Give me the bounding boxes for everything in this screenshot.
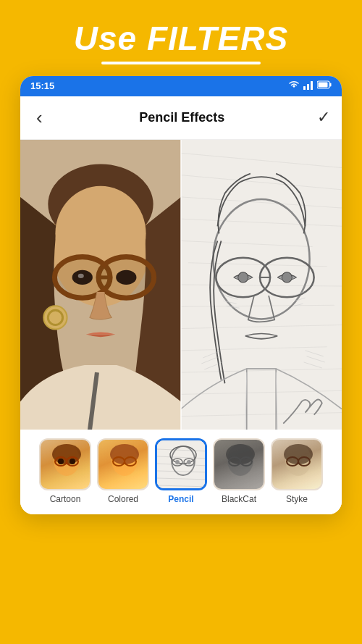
main-image-area [20,140,342,430]
svg-rect-5 [319,83,328,88]
svg-rect-4 [330,83,332,87]
filter-label-cartoon: Cartoon [50,494,81,504]
hero-underline [101,62,261,64]
status-icons [288,80,332,92]
blackcat-thumb-svg [214,440,265,490]
cartoon-thumb-svg [41,440,91,490]
signal-icon [303,80,314,92]
filter-label-styke: Styke [286,494,308,504]
filter-item-pencil[interactable]: Pencil [155,438,207,504]
filter-thumb-colored [97,438,149,490]
hero-title-plain: Use [74,20,147,57]
battery-icon [317,80,332,91]
phone-mockup: 15:15 [20,76,342,514]
filter-strip: Cartoon Colored [20,430,342,514]
app-title: Pencil Effects [139,110,224,125]
svg-point-61 [70,459,75,464]
photo-portrait-svg [20,140,181,430]
image-divider [180,140,182,430]
filter-thumb-cartoon [39,438,91,490]
hero-title-bold: FILTERS [147,20,288,57]
svg-point-78 [187,460,191,464]
svg-rect-0 [303,86,306,90]
svg-point-40 [282,272,292,282]
sketch-half [181,140,342,430]
filter-label-pencil: Pencil [168,494,193,504]
svg-point-77 [175,460,180,464]
back-button[interactable]: ‹ [32,105,47,130]
filter-item-colored[interactable]: Colored [97,438,149,504]
confirm-button[interactable]: ✓ [317,108,330,127]
svg-point-60 [58,459,64,464]
svg-rect-2 [311,81,313,90]
svg-rect-1 [307,84,309,90]
status-bar: 15:15 [20,76,342,96]
filter-item-blackcat[interactable]: BlackCat [213,438,265,504]
filter-thumb-pencil [155,438,207,490]
filter-label-colored: Colored [108,494,138,504]
filter-thumb-blackcat [213,438,265,490]
hero-header: Use FILTERS [0,0,362,76]
pencil-thumb-svg [157,440,207,490]
app-bar: ‹ Pencil Effects ✓ [20,96,342,140]
svg-point-17 [78,273,84,277]
filter-item-styke[interactable]: Styke [271,438,323,504]
svg-point-16 [116,269,136,284]
photo-half [20,140,181,430]
hero-title: Use FILTERS [14,20,348,57]
filter-thumb-styke [271,438,323,490]
status-time: 15:15 [30,80,54,91]
colored-thumb-svg [98,440,149,490]
filter-label-blackcat: BlackCat [222,494,256,504]
svg-point-39 [238,272,248,282]
styke-thumb-svg [272,440,323,490]
filter-item-cartoon[interactable]: Cartoon [39,438,91,504]
wifi-icon [288,80,300,92]
sketch-portrait-svg [181,140,342,430]
